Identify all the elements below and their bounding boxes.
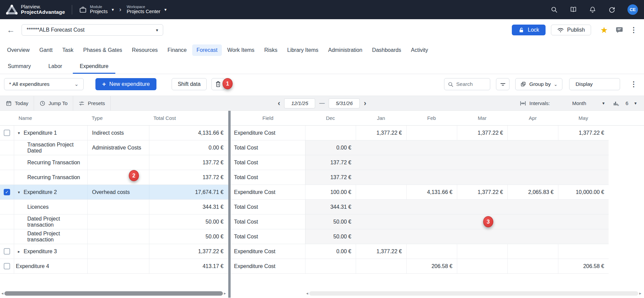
collapse-caret-icon[interactable]: ▾ [16,190,22,195]
panel-resize-divider[interactable] [228,111,231,298]
month-value-cell-apr[interactable] [507,229,558,244]
tab-dashboards[interactable]: Dashboards [368,44,406,56]
row-checkbox[interactable]: ✓ [4,189,10,195]
month-value-cell-mar[interactable] [457,155,507,170]
previous-period-chevron-icon[interactable]: ‹ [278,100,280,107]
month-value-cell-feb[interactable] [406,214,457,229]
month-value-cell-dec[interactable]: 100.00 € [305,185,356,199]
month-value-cell-jan[interactable] [356,214,406,229]
tab-resources[interactable]: Resources [127,44,162,56]
end-date-input[interactable] [329,98,360,108]
tab-phases-gates[interactable]: Phases & Gates [79,44,127,56]
month-value-cell-dec[interactable]: 50.00 € [305,229,356,244]
month-value-cell-dec[interactable] [305,259,356,273]
presets-button[interactable]: Presets [73,96,111,110]
name-cell[interactable]: Expenditure 4 [14,259,87,273]
month-value-cell-dec[interactable]: 0.00 € [305,140,356,155]
next-period-chevron-icon[interactable]: › [364,100,366,107]
scroll-right-arrow-icon[interactable]: ▸ [639,291,641,295]
user-avatar[interactable]: CE [627,4,638,15]
column-header-mar[interactable]: Mar [457,115,507,121]
interval-unit-dropdown[interactable]: Month [572,100,586,106]
tab-task[interactable]: Task [58,44,78,56]
shift-data-button[interactable]: Shift data [172,78,207,90]
interval-count-value[interactable]: 6 [625,100,628,106]
type-cell[interactable] [87,259,149,273]
month-value-cell-may[interactable] [558,155,609,170]
month-value-cell-may[interactable]: 1,377.22 € [558,126,609,140]
month-value-cell-may[interactable] [558,140,609,155]
table-row[interactable]: ✓▾Expenditure 2Overhead costs17,674.71 € [0,185,228,200]
month-value-cell-apr[interactable] [507,214,558,229]
scroll-right-arrow-icon[interactable]: ▸ [224,291,226,295]
display-button[interactable]: Display [569,78,620,90]
toolbar-kebab-icon[interactable]: ⋮ [630,80,637,88]
table-row[interactable]: Dated Project transaction50.00 € [0,229,228,244]
refresh-icon[interactable] [608,6,615,13]
favorite-star-icon[interactable]: ★ [601,25,608,35]
month-value-cell-apr[interactable]: 2,065.83 € [507,185,558,199]
month-value-cell-may[interactable] [558,214,609,229]
month-value-cell-mar[interactable] [457,244,507,259]
filter-button[interactable] [496,78,509,90]
month-value-cell-may[interactable]: 10,000.00 € [558,185,609,199]
month-value-cell-jan[interactable] [356,259,406,273]
month-value-cell-feb[interactable] [406,155,457,170]
total-cost-cell[interactable]: 344.31 € [149,200,228,214]
module-selector[interactable]: Module Projects ▾ [79,5,114,14]
tab-finance[interactable]: Finance [163,44,191,56]
name-cell[interactable]: Recurring Transaction [14,155,87,170]
month-value-cell-may[interactable] [558,229,609,244]
name-cell[interactable]: Dated Project transaction [14,214,87,229]
table-row[interactable]: Recurring Transaction137.72 € [0,155,228,170]
search-input[interactable] [456,81,483,87]
row-checkbox[interactable] [4,130,10,136]
jump-to-button[interactable]: Jump To [34,96,73,110]
total-cost-cell[interactable]: 50.00 € [149,214,228,229]
type-cell[interactable]: Indirect costs [87,126,149,140]
month-value-cell-apr[interactable] [507,126,558,140]
month-value-cell-jan[interactable] [356,229,406,244]
notifications-bell-icon[interactable] [589,6,596,13]
tab-activity[interactable]: Activity [407,44,433,56]
total-cost-cell[interactable]: 1,377.22 € [149,244,228,259]
start-date-input[interactable] [284,98,315,108]
month-value-cell-may[interactable] [558,200,609,214]
month-value-cell-feb[interactable] [406,200,457,214]
name-cell[interactable]: ▸Expenditure 3 [14,244,87,259]
tab-gantt[interactable]: Gantt [35,44,57,56]
lock-button[interactable]: Lock [512,25,546,35]
name-cell[interactable]: Recurring Transaction [14,170,87,185]
name-cell[interactable]: ▾Expenditure 1 [14,126,87,140]
month-value-cell-feb[interactable] [406,170,457,185]
horizontal-scrollbar-thumb[interactable] [309,291,638,296]
type-cell[interactable]: Overhead costs [87,185,149,199]
month-value-cell-mar[interactable]: 1,377.22 € [457,126,507,140]
month-value-cell-dec[interactable]: 137.72 € [305,155,356,170]
horizontal-scrollbar-thumb[interactable] [4,291,223,296]
table-row[interactable]: ▸Expenditure 31,377.22 € [0,244,228,259]
month-value-cell-jan[interactable] [356,185,406,199]
today-button[interactable]: Today [0,96,34,110]
type-cell[interactable] [87,229,149,244]
month-value-cell-feb[interactable] [406,126,457,140]
total-cost-cell[interactable]: 4,131.66 € [149,126,228,140]
total-cost-cell[interactable]: 137.72 € [149,170,228,185]
library-book-icon[interactable] [570,6,577,13]
type-cell[interactable] [87,214,149,229]
total-cost-cell[interactable]: 413.17 € [149,259,228,273]
type-cell[interactable] [87,200,149,214]
month-value-cell-apr[interactable] [507,200,558,214]
column-header-total-cost[interactable]: Total Cost [149,115,228,121]
month-value-cell-jan[interactable] [356,155,406,170]
more-actions-kebab-icon[interactable]: ⋮ [630,26,637,34]
expand-caret-icon[interactable]: ▸ [16,249,22,254]
month-value-cell-mar[interactable] [457,259,507,273]
month-value-cell-mar[interactable] [457,229,507,244]
total-cost-cell[interactable]: 0.00 € [149,140,228,155]
tab-overview[interactable]: Overview [3,44,34,56]
month-value-cell-apr[interactable] [507,259,558,273]
month-value-cell-feb[interactable] [406,140,457,155]
back-arrow-icon[interactable]: ← [7,26,15,34]
search-icon[interactable] [551,6,558,13]
